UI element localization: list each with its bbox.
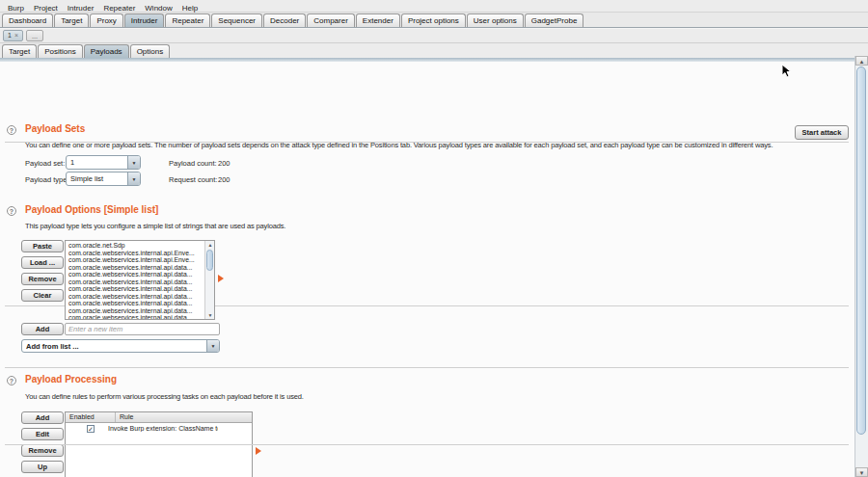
intruder-sub-tab-bar: TargetPositionsPayloadsOptions — [0, 43, 868, 58]
payload-list-item[interactable]: com.oracle.webservices.internal.api.data… — [66, 285, 204, 293]
payload-count-label: Payload count: — [169, 159, 217, 168]
payload-list-item[interactable]: com.oracle.webservices.internal.api.data… — [66, 293, 204, 301]
mouse-cursor-icon — [781, 64, 793, 78]
payload-list-item[interactable]: com.oracle.net.Sdp — [66, 242, 204, 250]
payload-list-scrollbar[interactable]: ▲ ▼ — [204, 241, 214, 319]
payload-list-item[interactable]: com.oracle.webservices.internal.api.data… — [66, 278, 204, 286]
sub-tab[interactable]: Options — [130, 44, 171, 58]
payload-list-item[interactable]: com.oracle.webservices.internal.api.data… — [66, 307, 204, 315]
payload-set-value: 1 — [67, 158, 127, 167]
section-divider — [5, 444, 849, 445]
payload-type-label: Payload type: — [25, 175, 68, 184]
close-icon[interactable]: × — [14, 31, 18, 40]
scroll-down-icon[interactable]: ▼ — [855, 467, 868, 477]
scrollbar-thumb[interactable] — [206, 250, 213, 271]
help-icon[interactable]: ? — [7, 376, 16, 385]
main-tab[interactable]: Project options — [401, 13, 466, 27]
payload-list-button[interactable]: Clear — [21, 289, 64, 302]
burp-suite-window: BurpProjectIntruderRepeaterWindowHelp Da… — [0, 0, 868, 477]
column-header-enabled[interactable]: Enabled — [66, 412, 116, 422]
menu-item[interactable]: Project — [29, 4, 63, 13]
start-attack-button[interactable]: Start attack — [795, 125, 849, 140]
processing-button[interactable]: Up — [21, 461, 64, 473]
payload-list-item[interactable]: com.oracle.webservices.internal.api.data… — [66, 271, 204, 278]
main-tab[interactable]: Repeater — [165, 13, 210, 27]
menu-item[interactable]: Burp — [3, 4, 29, 13]
payload-list-item[interactable]: com.oracle.webservices.internal.api.Enve… — [66, 256, 204, 264]
main-tab[interactable]: Intruder — [124, 13, 165, 27]
payload-options-title: Payload Options [Simple list] — [25, 204, 158, 215]
panel-marker-arrow-icon — [218, 275, 224, 282]
payload-list-item[interactable]: com.oracle.webservices.internal.api.data… — [66, 264, 204, 272]
table-header: Enabled Rule — [66, 412, 252, 423]
chevron-down-icon[interactable]: ▼ — [127, 172, 140, 185]
request-count-value: 200 — [218, 175, 231, 184]
payload-set-label: Payload set: — [25, 159, 65, 168]
sub-tab[interactable]: Positions — [38, 44, 82, 58]
processing-button[interactable]: Add — [21, 411, 64, 424]
menu-bar: BurpProjectIntruderRepeaterWindowHelp — [0, 0, 868, 13]
scrollbar-thumb[interactable] — [856, 66, 866, 435]
rule-enabled-checkbox[interactable]: ✓ — [87, 425, 95, 433]
payload-list-item[interactable]: com.oracle.webservices.internal.api.data… — [66, 300, 204, 307]
processing-button[interactable]: Edit — [21, 428, 64, 440]
processing-button[interactable]: Remove — [21, 444, 64, 457]
main-tab[interactable]: Target — [54, 13, 89, 27]
menu-item[interactable]: Intruder — [63, 4, 99, 13]
payload-type-dropdown[interactable]: Simple list ▼ — [66, 172, 141, 186]
section-divider — [5, 142, 849, 143]
main-tab-bar: DashboardTargetProxyIntruderRepeaterSequ… — [0, 13, 868, 28]
main-scrollbar[interactable]: ▲ ▼ — [854, 56, 868, 477]
chevron-down-icon[interactable]: ▼ — [206, 340, 219, 352]
menu-item[interactable]: Repeater — [98, 4, 140, 13]
attack-tab-label: 1 — [8, 31, 12, 40]
payload-sets-title: Payload Sets — [25, 123, 85, 134]
payloads-panel: ? Payload Sets You can define one or mor… — [0, 62, 854, 477]
payload-list-button[interactable]: Load ... — [21, 256, 64, 269]
sub-tab[interactable]: Payloads — [84, 44, 129, 58]
scroll-down-icon[interactable]: ▼ — [205, 311, 215, 319]
chevron-down-icon[interactable]: ▼ — [127, 156, 140, 169]
payload-processing-description: You can define rules to perform various … — [25, 392, 304, 401]
payload-list-item[interactable]: com.oracle.webservices.internal.api.data… — [66, 314, 204, 319]
help-icon[interactable]: ? — [7, 125, 16, 135]
new-item-input[interactable] — [65, 323, 220, 335]
payload-type-value: Simple list — [67, 174, 127, 183]
rule-text: Invoke Burp extension: ClassName to Gadg… — [95, 425, 218, 432]
main-tab[interactable]: Extender — [356, 13, 400, 27]
section-divider — [5, 367, 849, 368]
payload-list-item[interactable]: com.oracle.webservices.internal.api.Enve… — [66, 250, 204, 257]
scroll-up-icon[interactable]: ▲ — [205, 241, 215, 249]
main-tab[interactable]: Dashboard — [2, 13, 53, 27]
add-from-list-value: Add from list ... — [22, 342, 206, 351]
main-tab[interactable]: Proxy — [90, 13, 122, 27]
main-tab[interactable]: GadgetProbe — [525, 13, 584, 27]
payload-options-description: This payload type lets you configure a s… — [25, 222, 285, 230]
payload-processing-title: Payload Processing — [25, 374, 117, 384]
payload-set-dropdown[interactable]: 1 ▼ — [66, 155, 141, 170]
panel-marker-arrow-icon — [256, 447, 261, 455]
add-from-list-dropdown[interactable]: Add from list ... ▼ — [21, 339, 220, 353]
attack-tab-more-button[interactable]: ... — [26, 30, 43, 41]
main-tab[interactable]: User options — [467, 13, 524, 27]
table-row[interactable]: ✓ Invoke Burp extension: ClassName to Ga… — [66, 423, 252, 434]
payload-list-button[interactable]: Paste — [21, 240, 64, 252]
attack-tab-bar: 1 × ... — [0, 29, 868, 43]
scroll-up-icon[interactable]: ▲ — [855, 56, 868, 66]
add-item-button[interactable]: Add — [21, 323, 64, 335]
help-icon[interactable]: ? — [7, 206, 16, 216]
attack-tab-1[interactable]: 1 × — [3, 30, 23, 41]
request-count-label: Request count: — [169, 175, 217, 184]
payload-count-value: 200 — [218, 159, 231, 168]
payload-list[interactable]: com.oracle.net.Sdpcom.oracle.webservices… — [65, 240, 215, 320]
column-header-rule[interactable]: Rule — [116, 412, 133, 422]
payload-list-button[interactable]: Remove — [21, 273, 64, 285]
main-tab[interactable]: Sequencer — [211, 13, 262, 27]
menu-item[interactable]: Help — [177, 4, 203, 13]
menu-item[interactable]: Window — [140, 4, 176, 13]
main-tab[interactable]: Decoder — [263, 13, 306, 27]
sub-tab[interactable]: Target — [2, 44, 37, 58]
main-tab[interactable]: Comparer — [307, 13, 355, 27]
